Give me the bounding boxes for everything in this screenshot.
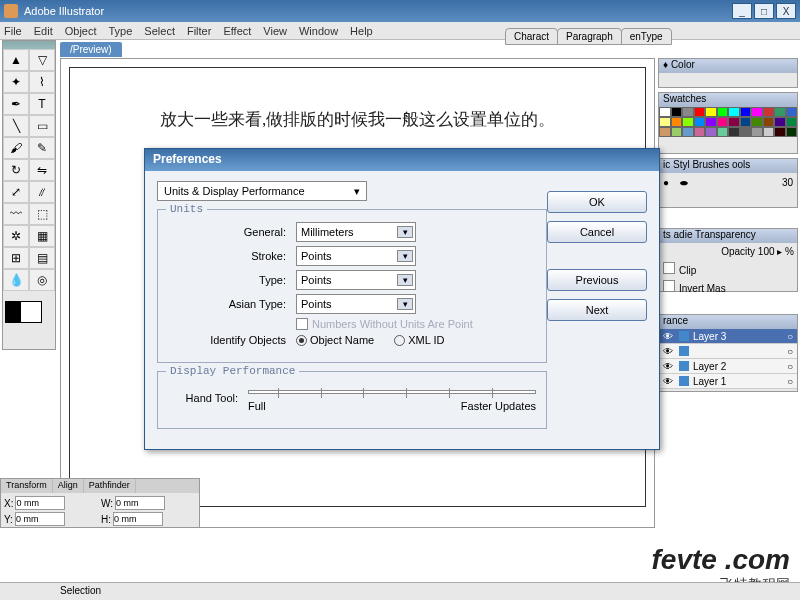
graph-tool-icon[interactable]: ▦ xyxy=(29,225,55,247)
swatch-cell[interactable] xyxy=(682,107,694,117)
swatch-cell[interactable] xyxy=(705,127,717,137)
type-tool-icon[interactable]: T xyxy=(29,93,55,115)
pencil-tool-icon[interactable]: ✎ xyxy=(29,137,55,159)
eyedropper-tool-icon[interactable]: 💧 xyxy=(3,269,29,291)
visibility-icon[interactable]: 👁 xyxy=(663,331,675,342)
tool-panel-header[interactable] xyxy=(3,41,55,49)
swatch-cell[interactable] xyxy=(682,127,694,137)
rotate-tool-icon[interactable]: ↻ xyxy=(3,159,29,181)
swatch-cell[interactable] xyxy=(728,117,740,127)
swatch-cell[interactable] xyxy=(694,117,706,127)
swatch-cell[interactable] xyxy=(705,107,717,117)
swatch-cell[interactable] xyxy=(751,127,763,137)
color-panel-tab[interactable]: ♦ Color xyxy=(659,59,797,73)
appearance-panel-tab[interactable]: rance xyxy=(659,315,797,329)
stroke-units-select[interactable]: Points xyxy=(296,246,416,266)
y-input[interactable] xyxy=(15,512,65,526)
menu-window[interactable]: Window xyxy=(299,25,338,37)
swatch-cell[interactable] xyxy=(671,127,683,137)
menu-filter[interactable]: Filter xyxy=(187,25,211,37)
reflect-tool-icon[interactable]: ⇋ xyxy=(29,159,55,181)
layer-row[interactable]: 👁Layer 3○ xyxy=(659,329,797,344)
swatch-cell[interactable] xyxy=(671,107,683,117)
next-button[interactable]: Next xyxy=(547,299,647,321)
previous-button[interactable]: Previous xyxy=(547,269,647,291)
swatch-cell[interactable] xyxy=(682,117,694,127)
swatch-cell[interactable] xyxy=(705,117,717,127)
x-input[interactable] xyxy=(15,496,65,510)
swatch-cell[interactable] xyxy=(774,117,786,127)
rectangle-tool-icon[interactable]: ▭ xyxy=(29,115,55,137)
gradient-tool-icon[interactable]: ▤ xyxy=(29,247,55,269)
visibility-icon[interactable]: 👁 xyxy=(663,346,675,357)
swatch-cell[interactable] xyxy=(728,127,740,137)
swatch-cell[interactable] xyxy=(763,117,775,127)
swatch-cell[interactable] xyxy=(786,117,798,127)
transparency-panel-tabs[interactable]: ts adie Transparency xyxy=(659,229,797,243)
type-units-select[interactable]: Points xyxy=(296,270,416,290)
close-button[interactable]: X xyxy=(776,3,796,19)
shear-tool-icon[interactable]: ⫽ xyxy=(29,181,55,203)
swatch-cell[interactable] xyxy=(751,107,763,117)
scale-tool-icon[interactable]: ⤢ xyxy=(3,181,29,203)
prefs-category-select[interactable]: Units & Display Performance▾ xyxy=(157,181,367,201)
tab-pathfinder[interactable]: Pathfinder xyxy=(84,479,136,493)
warp-tool-icon[interactable]: 〰 xyxy=(3,203,29,225)
swatch-cell[interactable] xyxy=(740,127,752,137)
swatch-cell[interactable] xyxy=(717,107,729,117)
opacity-value[interactable]: Opacity 100 ▸ % xyxy=(659,243,797,260)
swatch-cell[interactable] xyxy=(717,117,729,127)
lasso-tool-icon[interactable]: ⌇ xyxy=(29,71,55,93)
invert-mask-checkbox[interactable] xyxy=(663,280,675,292)
menu-effect[interactable]: Effect xyxy=(223,25,251,37)
tab-opentype[interactable]: enType xyxy=(621,28,672,45)
swatch-cell[interactable] xyxy=(751,117,763,127)
swatch-cell[interactable] xyxy=(659,127,671,137)
menu-file[interactable]: File xyxy=(4,25,22,37)
mesh-tool-icon[interactable]: ⊞ xyxy=(3,247,29,269)
cancel-button[interactable]: Cancel xyxy=(547,221,647,243)
swatch-cell[interactable] xyxy=(694,107,706,117)
swatch-cell[interactable] xyxy=(740,107,752,117)
pen-tool-icon[interactable]: ✒ xyxy=(3,93,29,115)
swatch-cell[interactable] xyxy=(774,107,786,117)
swatch-cell[interactable] xyxy=(740,117,752,127)
layer-row[interactable]: 👁Layer 1○ xyxy=(659,374,797,389)
ok-button[interactable]: OK xyxy=(547,191,647,213)
swatch-cell[interactable] xyxy=(763,107,775,117)
xml-id-radio[interactable] xyxy=(394,335,405,346)
swatch-cell[interactable] xyxy=(694,127,706,137)
brush-oval-icon[interactable]: ● xyxy=(679,177,690,188)
menu-type[interactable]: Type xyxy=(109,25,133,37)
line-tool-icon[interactable]: ╲ xyxy=(3,115,29,137)
stroke-swatch[interactable] xyxy=(20,301,42,323)
swatch-cell[interactable] xyxy=(786,107,798,117)
menu-view[interactable]: View xyxy=(263,25,287,37)
minimize-button[interactable]: _ xyxy=(732,3,752,19)
swatches-panel-tab[interactable]: Swatches xyxy=(659,93,797,107)
h-input[interactable] xyxy=(113,512,163,526)
swatch-cell[interactable] xyxy=(659,107,671,117)
swatch-cell[interactable] xyxy=(728,107,740,117)
tab-transform[interactable]: Transform xyxy=(1,479,53,493)
menu-select[interactable]: Select xyxy=(144,25,175,37)
object-name-radio[interactable] xyxy=(296,335,307,346)
brush-tool-icon[interactable]: 🖌 xyxy=(3,137,29,159)
clip-checkbox[interactable] xyxy=(663,262,675,274)
menu-object[interactable]: Object xyxy=(65,25,97,37)
w-input[interactable] xyxy=(115,496,165,510)
magic-wand-tool-icon[interactable]: ✦ xyxy=(3,71,29,93)
swatch-cell[interactable] xyxy=(717,127,729,137)
swatch-grid[interactable] xyxy=(659,107,797,137)
maximize-button[interactable]: □ xyxy=(754,3,774,19)
menu-help[interactable]: Help xyxy=(350,25,373,37)
menu-edit[interactable]: Edit xyxy=(34,25,53,37)
blend-tool-icon[interactable]: ◎ xyxy=(29,269,55,291)
swatch-cell[interactable] xyxy=(786,127,798,137)
free-transform-tool-icon[interactable]: ⬚ xyxy=(29,203,55,225)
general-units-select[interactable]: Millimeters xyxy=(296,222,416,242)
brushes-panel-tabs[interactable]: ic Styl Brushes ools xyxy=(659,159,797,173)
tab-paragraph[interactable]: Paragraph xyxy=(557,28,622,45)
swatch-cell[interactable] xyxy=(671,117,683,127)
symbol-tool-icon[interactable]: ✲ xyxy=(3,225,29,247)
